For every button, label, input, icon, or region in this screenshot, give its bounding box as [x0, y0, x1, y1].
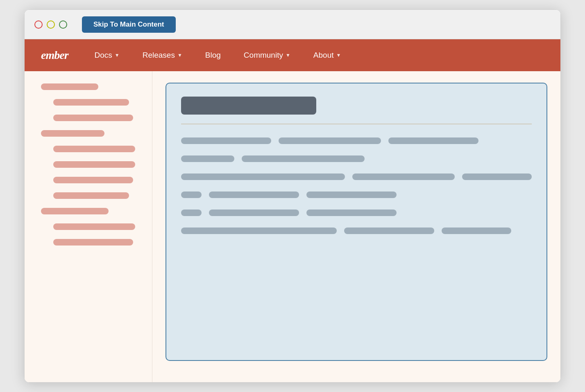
sidebar-item[interactable] [53, 223, 135, 230]
nav-item-blog[interactable]: Blog [195, 47, 231, 64]
sidebar-item[interactable] [53, 192, 129, 199]
nav-item-about[interactable]: About ▼ [304, 47, 351, 64]
content-divider [181, 124, 532, 124]
nav-community-label: Community [244, 51, 283, 60]
browser-chrome: Skip To Main Content [25, 10, 560, 39]
content-row-1 [181, 137, 532, 144]
chevron-down-icon: ▼ [177, 52, 182, 58]
nav-docs-label: Docs [95, 51, 112, 60]
content-row-5 [181, 210, 532, 216]
content-block [344, 228, 434, 234]
content-block [306, 210, 397, 216]
content-row-3 [181, 173, 532, 180]
content-row-4 [181, 191, 532, 198]
content-title [181, 97, 316, 115]
content-block [279, 137, 381, 144]
traffic-light-green[interactable] [59, 20, 67, 29]
nav-logo[interactable]: ember [41, 49, 68, 62]
content-block [442, 228, 511, 234]
traffic-light-yellow[interactable] [47, 20, 55, 29]
sidebar-item[interactable] [41, 83, 98, 90]
nav-item-releases[interactable]: Releases ▼ [133, 47, 192, 64]
nav-about-label: About [313, 51, 334, 60]
content-block [462, 173, 532, 180]
content-block [242, 155, 365, 162]
content-block [181, 173, 345, 180]
chevron-down-icon: ▼ [286, 52, 290, 58]
sidebar-item[interactable] [53, 146, 135, 152]
traffic-light-red[interactable] [34, 20, 43, 29]
sidebar-item[interactable] [53, 161, 135, 168]
content-block [209, 191, 299, 198]
content-block [181, 191, 202, 198]
sidebar-item[interactable] [53, 99, 129, 106]
skip-to-main-button[interactable]: Skip To Main Content [82, 16, 176, 33]
content-block [209, 210, 299, 216]
nav-item-community[interactable]: Community ▼ [234, 47, 300, 64]
content-block [181, 228, 337, 234]
sidebar-item[interactable] [53, 177, 133, 183]
browser-window: Skip To Main Content ember Docs ▼ Releas… [24, 9, 561, 383]
sidebar-item[interactable] [53, 239, 133, 246]
nav-items: Docs ▼ Releases ▼ Blog Community ▼ About… [85, 47, 351, 64]
nav-blog-label: Blog [205, 51, 221, 60]
content-block [306, 191, 397, 198]
nav-releases-label: Releases [143, 51, 175, 60]
chevron-down-icon: ▼ [336, 52, 341, 58]
navbar: ember Docs ▼ Releases ▼ Blog Community ▼… [25, 39, 560, 71]
content-block [181, 210, 202, 216]
nav-item-docs[interactable]: Docs ▼ [85, 47, 129, 64]
content-block [352, 173, 455, 180]
sidebar [25, 71, 152, 382]
content-panel [152, 71, 560, 382]
main-content [25, 71, 560, 382]
content-row-6 [181, 228, 532, 234]
content-block [388, 137, 478, 144]
content-block [181, 155, 234, 162]
content-row-2 [181, 155, 532, 162]
sidebar-item[interactable] [41, 208, 109, 214]
sidebar-item[interactable] [53, 115, 133, 121]
traffic-lights [34, 20, 67, 29]
chevron-down-icon: ▼ [115, 52, 120, 58]
sidebar-item[interactable] [41, 130, 104, 137]
content-card [166, 83, 547, 361]
content-block [181, 137, 271, 144]
